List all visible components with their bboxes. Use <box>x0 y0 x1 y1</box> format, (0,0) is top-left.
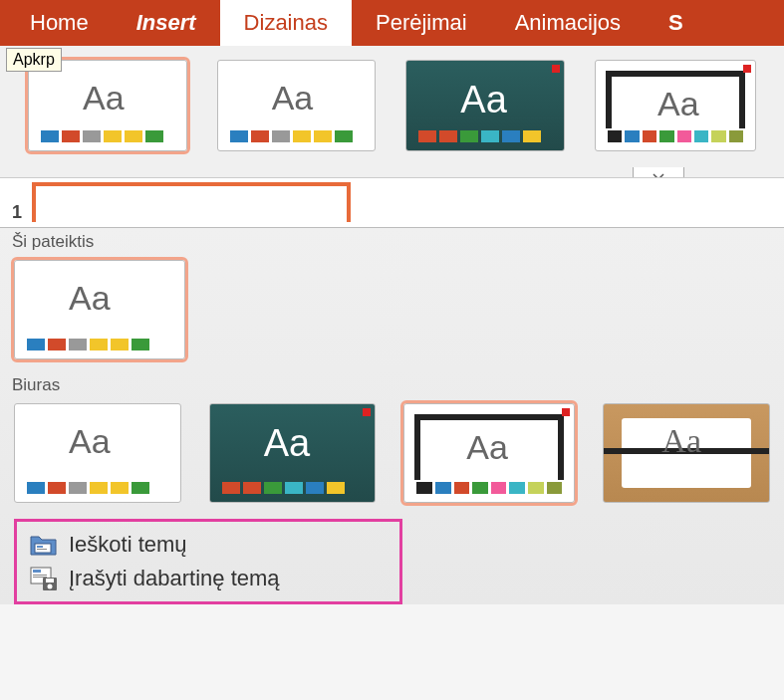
slide-thumbnail[interactable] <box>32 182 351 222</box>
theme-office[interactable]: Aa <box>14 403 181 503</box>
section-this-presentation: Ši pateiktis <box>0 228 784 258</box>
svg-point-9 <box>48 584 53 589</box>
color-swatches <box>416 482 562 494</box>
slide-number: 1 <box>12 202 22 223</box>
themes-menu-highlight: Ieškoti temų Įrašyti dabartinę temą <box>14 519 402 604</box>
theme-preview-text: Aa <box>460 79 506 121</box>
svg-rect-0 <box>35 544 51 553</box>
theme-preview-text: Aa <box>272 79 314 117</box>
color-swatches <box>418 130 552 142</box>
update-indicator-icon <box>363 408 371 416</box>
svg-rect-2 <box>37 549 47 550</box>
themes-row-office: Aa Aa Aa Aa <box>0 401 784 515</box>
theme-preview-text: Aa <box>69 279 111 318</box>
color-swatches <box>222 482 364 494</box>
color-swatches <box>608 130 743 142</box>
ribbon-tabs: Home Insert Dizainas Perėjimai Animacijo… <box>0 0 784 46</box>
svg-rect-1 <box>37 546 43 548</box>
theme-preview-text: Aa <box>661 422 701 460</box>
theme-preview-text: Aa <box>264 422 310 465</box>
update-indicator-icon <box>743 65 751 73</box>
theme-wood[interactable]: Aa <box>603 403 770 503</box>
tab-transitions[interactable]: Perėjimai <box>352 0 491 46</box>
save-theme-icon <box>29 566 59 591</box>
svg-rect-8 <box>46 579 54 583</box>
theme-preview-text: Aa <box>466 428 508 467</box>
tab-home[interactable]: Home <box>6 0 113 46</box>
theme-gallery-ribbon: Aa Aa Aa Aa <box>0 46 784 177</box>
theme-preview-text: Aa <box>83 79 125 117</box>
menu-save-current-theme[interactable]: Įrašyti dabartinę temą <box>23 562 393 595</box>
theme-office[interactable]: Aa <box>28 60 187 151</box>
menu-browse-themes[interactable]: Ieškoti temų <box>23 528 393 562</box>
theme-frame[interactable]: Aa <box>595 60 756 151</box>
theme-current[interactable]: Aa <box>14 260 185 359</box>
menu-label: Ieškoti temų <box>69 532 187 558</box>
theme-preview-text: Aa <box>69 422 111 461</box>
svg-rect-4 <box>33 570 41 573</box>
color-swatches <box>27 339 172 350</box>
update-indicator-icon <box>562 408 570 416</box>
themes-row-current: Aa <box>0 258 784 371</box>
theme-preview-text: Aa <box>657 85 699 123</box>
tab-next[interactable]: S <box>645 0 707 46</box>
theme-chalkboard[interactable]: Aa <box>405 60 565 151</box>
theme-chalkboard[interactable]: Aa <box>209 403 377 503</box>
update-indicator-icon <box>552 65 560 73</box>
themes-dropdown-panel: Ši pateiktis Aa Biuras Aa Aa Aa Aa <box>0 227 784 604</box>
theme-frame[interactable]: Aa <box>403 403 575 503</box>
svg-rect-6 <box>33 577 47 578</box>
section-office: Biuras <box>0 371 784 401</box>
svg-rect-5 <box>33 575 47 576</box>
slide-navigator: 1 <box>0 177 784 227</box>
color-swatches <box>41 130 174 142</box>
tab-design[interactable]: Dizainas <box>220 0 352 46</box>
folder-browse-icon <box>29 532 59 558</box>
tab-insert[interactable]: Insert <box>113 0 220 46</box>
tab-animations[interactable]: Animacijos <box>491 0 645 46</box>
menu-label: Įrašyti dabartinę temą <box>69 566 280 591</box>
tooltip: Apkrp <box>6 48 62 72</box>
color-swatches <box>230 130 364 142</box>
color-swatches <box>27 482 168 494</box>
theme-office-2[interactable]: Aa <box>217 60 377 151</box>
